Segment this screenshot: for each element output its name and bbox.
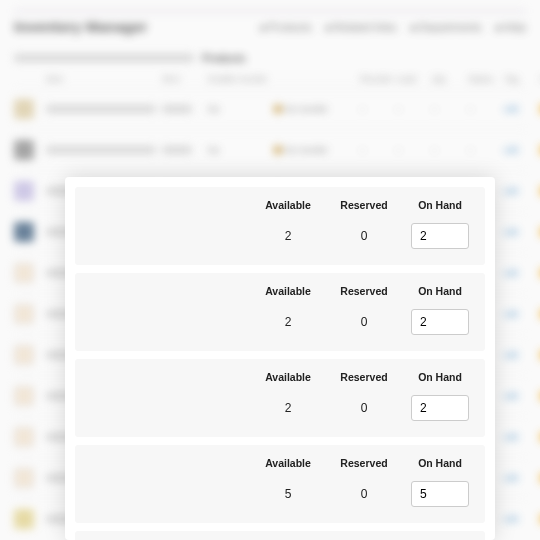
inventory-card: AvailableReservedOn Hand404 bbox=[75, 531, 485, 540]
inventory-card: AvailableReservedOn Hand20 bbox=[75, 359, 485, 437]
available-value: 2 bbox=[253, 401, 323, 415]
onhand-input[interactable] bbox=[411, 395, 469, 421]
inventory-levels-panel: AvailableReservedOn Hand20AvailableReser… bbox=[65, 177, 495, 540]
reserved-value: 0 bbox=[329, 315, 399, 329]
available-header: Available bbox=[253, 371, 323, 383]
onhand-input[interactable] bbox=[411, 309, 469, 335]
onhand-header: On Hand bbox=[405, 199, 475, 211]
inventory-card: AvailableReservedOn Hand20 bbox=[75, 273, 485, 351]
available-header: Available bbox=[253, 199, 323, 211]
inventory-card: AvailableReservedOn Hand20 bbox=[75, 187, 485, 265]
available-value: 2 bbox=[253, 229, 323, 243]
reserved-value: 0 bbox=[329, 401, 399, 415]
available-header: Available bbox=[253, 285, 323, 297]
onhand-header: On Hand bbox=[405, 371, 475, 383]
available-header: Available bbox=[253, 457, 323, 469]
available-value: 5 bbox=[253, 487, 323, 501]
header-actions: Products Related links Departments Help bbox=[260, 21, 526, 33]
onhand-header: On Hand bbox=[405, 285, 475, 297]
reserved-header: Reserved bbox=[329, 285, 399, 297]
reserved-header: Reserved bbox=[329, 457, 399, 469]
onhand-input[interactable] bbox=[411, 223, 469, 249]
inventory-card: AvailableReservedOn Hand50 bbox=[75, 445, 485, 523]
reserved-header: Reserved bbox=[329, 199, 399, 211]
reserved-header: Reserved bbox=[329, 371, 399, 383]
page-title: Inventory Manager bbox=[14, 18, 147, 35]
reserved-value: 0 bbox=[329, 229, 399, 243]
reserved-value: 0 bbox=[329, 487, 399, 501]
onhand-header: On Hand bbox=[405, 457, 475, 469]
available-value: 2 bbox=[253, 315, 323, 329]
onhand-input[interactable] bbox=[411, 481, 469, 507]
